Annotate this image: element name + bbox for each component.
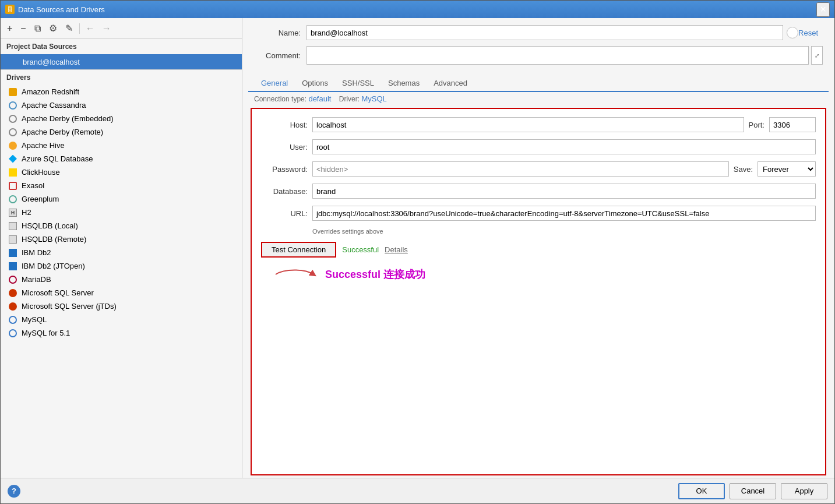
port-input[interactable]: [769, 117, 816, 132]
left-panel: + − ⧉ ⚙ ✎ ← → Project Data Sources brand…: [1, 18, 242, 478]
tab-general[interactable]: General: [254, 75, 295, 92]
name-label: Name:: [254, 29, 301, 37]
driver-ibm-db2-jtopen[interactable]: IBM Db2 (JTOpen): [1, 259, 242, 273]
ibm-db2-jtopen-icon: [9, 262, 17, 270]
password-row: Password: Save: Forever Until restart Ne…: [261, 161, 816, 177]
comment-expand-button[interactable]: ⤢: [811, 46, 823, 65]
database-row: Database:: [261, 184, 816, 199]
driver-label: HSQLDB (Local): [22, 221, 78, 230]
drivers-header: Drivers: [1, 69, 242, 85]
mariadb-icon: [9, 276, 17, 284]
driver-label: Exasol: [22, 181, 44, 190]
connection-info: Connection type: default Driver: MySQL: [242, 92, 834, 105]
reset-link[interactable]: Reset: [798, 29, 823, 37]
url-input[interactable]: [312, 206, 816, 221]
mssql-icon: [9, 289, 17, 297]
project-sources-header: Project Data Sources: [1, 39, 242, 54]
driver-hsqldb-remote[interactable]: HSQLDB (Remote): [1, 232, 242, 246]
driver-mysql[interactable]: MySQL: [1, 313, 242, 326]
driver-h2[interactable]: H H2: [1, 206, 242, 219]
driver-clickhouse[interactable]: ClickHouse: [1, 165, 242, 179]
redshift-icon: [9, 88, 17, 96]
forward-button[interactable]: →: [100, 22, 114, 36]
comment-input[interactable]: [306, 46, 809, 65]
url-hint: Overrides settings above: [261, 228, 816, 235]
driver-hsqldb-local[interactable]: HSQLDB (Local): [1, 219, 242, 232]
driver-label: Apache Derby (Embedded): [22, 114, 114, 123]
ok-button[interactable]: OK: [678, 483, 725, 499]
tab-advanced[interactable]: Advanced: [427, 75, 474, 91]
clickhouse-icon: [9, 168, 17, 177]
tab-sshssl[interactable]: SSH/SSL: [335, 75, 381, 91]
password-label: Password:: [261, 165, 308, 174]
driver-apache-hive[interactable]: Apache Hive: [1, 139, 242, 152]
mysql-51-icon: [9, 329, 17, 337]
driver-label: Amazon Redshift: [22, 87, 79, 96]
driver-label: MariaDB: [22, 275, 51, 284]
user-input[interactable]: [312, 139, 816, 154]
back-button[interactable]: ←: [83, 22, 97, 36]
main-window: 🗄 Data Sources and Drivers × + − ⧉ ⚙ ✎ ←…: [0, 0, 835, 504]
settings-button[interactable]: ⚙: [46, 21, 60, 36]
name-input[interactable]: [306, 25, 783, 40]
driver-label: IBM Db2 (JTOpen): [22, 262, 85, 270]
driver-mssql-jtds[interactable]: Microsoft SQL Server (jTDs): [1, 299, 242, 313]
datasource-icon: [9, 57, 18, 66]
right-panel: Name: Reset Comment: ⤢ General: [242, 18, 834, 478]
host-input[interactable]: [312, 117, 744, 132]
driver-apache-derby-embedded[interactable]: Apache Derby (Embedded): [1, 112, 242, 125]
driver-label: ClickHouse: [22, 168, 60, 177]
driver-apache-derby-remote[interactable]: Apache Derby (Remote): [1, 125, 242, 139]
remove-button[interactable]: −: [17, 22, 29, 36]
test-connection-button[interactable]: Test Connection: [261, 242, 336, 258]
save-select[interactable]: Forever Until restart Never: [758, 161, 816, 177]
driver-ibm-db2[interactable]: IBM Db2: [1, 246, 242, 259]
driver-link[interactable]: MySQL: [361, 94, 386, 103]
driver-label: MySQL for 5.1: [22, 329, 70, 337]
driver-azure-sql[interactable]: Azure SQL Database: [1, 152, 242, 165]
toolbar: + − ⧉ ⚙ ✎ ← →: [1, 18, 242, 39]
driver-apache-cassandra[interactable]: Apache Cassandra: [1, 98, 242, 112]
hive-icon: [9, 142, 17, 150]
mysql-icon: [9, 316, 17, 324]
datasource-item-brand[interactable]: brand@localhost: [1, 54, 242, 69]
circle-button[interactable]: [787, 27, 798, 38]
driver-label: Microsoft SQL Server (jTDs): [22, 302, 117, 311]
copy-button[interactable]: ⧉: [31, 22, 44, 36]
drivers-section: Drivers Amazon Redshift Apache Cassandra…: [1, 69, 242, 478]
driver-amazon-redshift[interactable]: Amazon Redshift: [1, 85, 242, 98]
title-bar: 🗄 Data Sources and Drivers ×: [1, 1, 834, 18]
driver-greenplum[interactable]: Greenplum: [1, 192, 242, 206]
driver-mariadb[interactable]: MariaDB: [1, 273, 242, 286]
database-input[interactable]: [312, 184, 816, 199]
tab-schemas[interactable]: Schemas: [381, 75, 427, 91]
driver-label: Azure SQL Database: [22, 154, 93, 163]
datasource-label: brand@localhost: [23, 58, 80, 66]
exasol-icon: [9, 182, 17, 190]
connection-box: Host: Port: User: Password: Save: For: [251, 108, 826, 475]
greenplum-icon: [9, 195, 17, 203]
url-label: URL:: [261, 209, 308, 218]
details-link[interactable]: Details: [385, 245, 408, 254]
hsqldb-local-icon: [9, 222, 17, 230]
help-button[interactable]: ?: [8, 485, 20, 498]
password-input[interactable]: [312, 161, 729, 177]
driver-mssql[interactable]: Microsoft SQL Server: [1, 286, 242, 299]
cassandra-icon: [9, 101, 17, 110]
connection-type-link[interactable]: default: [308, 94, 331, 103]
tab-options[interactable]: Options: [295, 75, 335, 91]
derby-icon: [9, 115, 17, 123]
apply-button[interactable]: Apply: [781, 483, 827, 499]
driver-label: Apache Hive: [22, 141, 65, 150]
comment-row: Comment: ⤢: [254, 46, 823, 65]
host-label: Host:: [261, 121, 308, 129]
close-button[interactable]: ×: [816, 2, 830, 17]
driver-mysql-51[interactable]: MySQL for 5.1: [1, 326, 242, 340]
hsqldb-remote-icon: [9, 235, 17, 244]
add-button[interactable]: +: [4, 22, 15, 36]
cancel-button[interactable]: Cancel: [730, 483, 776, 499]
port-label: Port:: [749, 121, 764, 129]
edit-button[interactable]: ✎: [62, 21, 76, 36]
driver-exasol[interactable]: Exasol: [1, 179, 242, 192]
mssql-jtds-icon: [9, 302, 17, 311]
